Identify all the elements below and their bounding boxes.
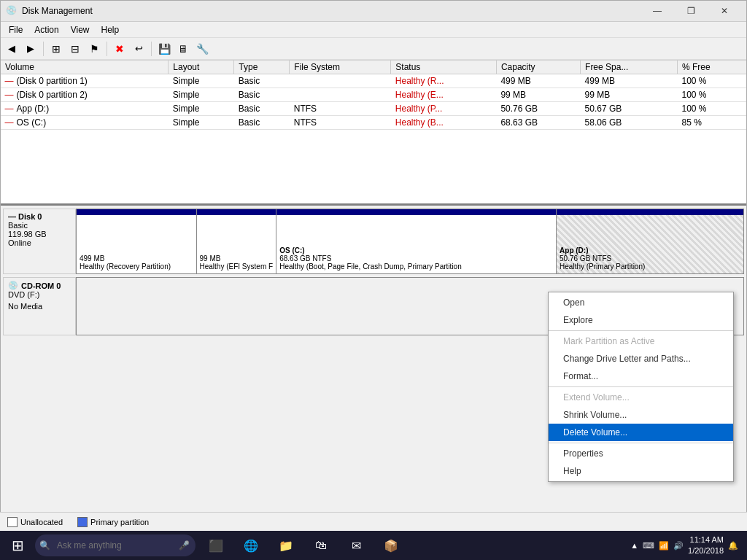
context-menu-item-shrink-volume---[interactable]: Shrink Volume... <box>549 406 733 424</box>
taskbar-right: ▲ ⌨ 📶 🔊 11:14 AM 1/20/2018 🔔 <box>630 534 744 557</box>
partition-app[interactable]: App (D:) 50.76 GB NTFS Healthy (Primary … <box>557 209 743 273</box>
taskbar-app-icons: ⬛ 🌐 📁 🛍 ✉ 📦 <box>201 531 406 560</box>
context-menu-sep <box>549 386 733 387</box>
context-menu: OpenExploreMark Partition as ActiveChang… <box>548 292 734 482</box>
context-menu-item-help[interactable]: Help <box>549 462 733 480</box>
windows-icon: ⊞ <box>12 537 24 554</box>
context-menu-item-mark-partition-as-active: Mark Partition as Active <box>549 332 733 350</box>
partition-os-status: Healthy (Boot, Page File, Crash Dump, Pr… <box>279 262 553 271</box>
legend-primary-box <box>77 517 88 527</box>
taskbar-package[interactable]: 📦 <box>376 531 406 560</box>
taskbar-up-arrow[interactable]: ▲ <box>630 541 638 550</box>
col-filesystem[interactable]: File System <box>290 61 391 74</box>
legend-unallocated-box <box>7 517 18 527</box>
context-menu-item-properties[interactable]: Properties <box>549 445 733 462</box>
col-pct[interactable]: % Free <box>677 61 746 74</box>
context-menu-sep <box>549 330 733 331</box>
disk-0-row: — Disk 0 Basic 119.98 GB Online 499 MB H… <box>3 209 744 274</box>
col-volume[interactable]: Volume <box>1 61 169 74</box>
partition-efi-status: Healthy (EFI System F <box>200 262 274 271</box>
legend-primary-label: Primary partition <box>90 518 149 526</box>
col-layout[interactable]: Layout <box>169 61 234 74</box>
taskbar-explorer[interactable]: 📁 <box>271 531 301 560</box>
context-menu-item-explore[interactable]: Explore <box>549 311 733 329</box>
context-menu-item-change-drive-letter-and-paths---[interactable]: Change Drive Letter and Paths... <box>549 350 733 368</box>
partition-app-size: 50.76 GB NTFS <box>560 254 740 262</box>
context-menu-item-extend-volume---: Extend Volume... <box>549 389 733 406</box>
col-capacity[interactable]: Capacity <box>496 61 580 74</box>
taskbar-edge[interactable]: 🌐 <box>236 531 266 560</box>
search-icon: 🔍 <box>39 540 50 551</box>
taskbar-notification[interactable]: 🔔 <box>728 541 738 551</box>
taskbar-mail[interactable]: ✉ <box>341 531 371 560</box>
search-area: 🔍 🎤 <box>32 534 196 556</box>
legend-unallocated: Unallocated <box>7 517 63 527</box>
taskbar-volume: 🔊 <box>673 541 684 551</box>
partition-recovery-status: Healthy (Recovery Partition) <box>80 262 193 271</box>
taskbar-keyboard: ⌨ <box>643 541 654 551</box>
legend-bar: Unallocated Primary partition <box>0 512 747 531</box>
col-status[interactable]: Status <box>391 61 497 74</box>
taskbar-store[interactable]: 🛍 <box>306 531 336 560</box>
partition-app-name: App (D:) <box>560 246 740 254</box>
partition-app-status: Healthy (Primary Partition) <box>560 262 740 271</box>
partition-os-header <box>276 209 556 215</box>
partition-efi[interactable]: 99 MB Healthy (EFI System F <box>197 209 277 273</box>
taskbar-date-display: 1/20/2018 <box>688 545 724 556</box>
partition-efi-header <box>197 209 276 215</box>
search-input[interactable] <box>35 534 196 556</box>
col-type[interactable]: Type <box>234 61 290 74</box>
legend-unallocated-label: Unallocated <box>20 518 63 526</box>
partition-recovery[interactable]: 499 MB Healthy (Recovery Partition) <box>77 209 197 273</box>
partition-recovery-header <box>77 209 196 215</box>
context-menu-sep <box>549 443 733 443</box>
partition-efi-size: 99 MB <box>200 254 274 262</box>
context-menu-item-format---[interactable]: Format... <box>549 368 733 385</box>
legend-primary: Primary partition <box>77 517 149 527</box>
taskbar: ⊞ 🔍 🎤 ⬛ 🌐 📁 🛍 ✉ 📦 ▲ ⌨ 📶 🔊 11:14 AM 1/20/… <box>0 531 747 560</box>
taskbar-network: 📶 <box>659 541 669 551</box>
partition-app-header <box>557 209 743 215</box>
context-menu-item-open[interactable]: Open <box>549 294 733 311</box>
start-button[interactable]: ⊞ <box>3 531 32 560</box>
mic-icon: 🎤 <box>179 540 190 551</box>
taskbar-time-display: 11:14 AM <box>688 534 724 545</box>
partition-os-size: 68.63 GB NTFS <box>279 254 553 262</box>
context-menu-item-delete-volume---[interactable]: Delete Volume... <box>549 424 733 441</box>
taskbar-clock[interactable]: 11:14 AM 1/20/2018 <box>688 534 724 557</box>
partition-recovery-size: 499 MB <box>80 254 193 262</box>
partition-os[interactable]: OS (C:) 68.63 GB NTFS Healthy (Boot, Pag… <box>276 209 557 273</box>
partition-os-name: OS (C:) <box>279 246 553 254</box>
taskbar-taskview[interactable]: ⬛ <box>201 531 231 560</box>
disk-0-partitions: 499 MB Healthy (Recovery Partition) 99 M… <box>76 209 744 274</box>
col-freespace[interactable]: Free Spa... <box>581 61 678 74</box>
